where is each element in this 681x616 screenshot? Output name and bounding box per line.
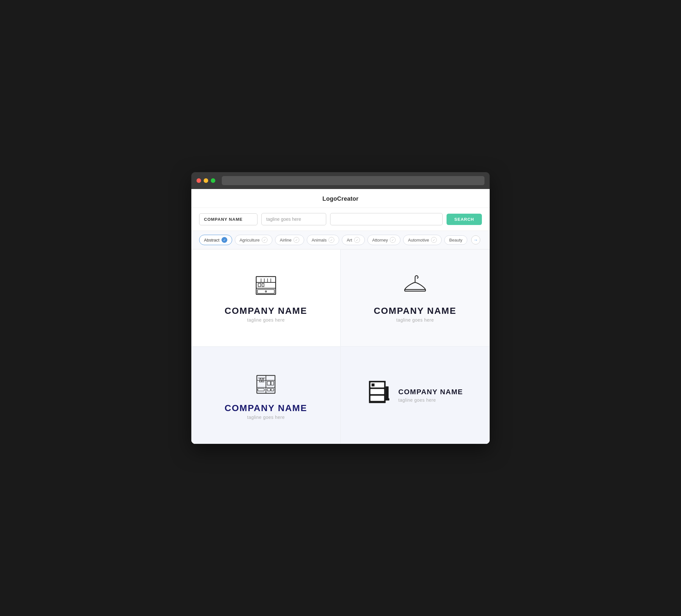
category-agriculture-label: Agriculture bbox=[239, 238, 260, 242]
category-art[interactable]: Art ✓ bbox=[342, 235, 365, 245]
category-agriculture[interactable]: Agriculture ✓ bbox=[235, 235, 272, 245]
logo-4-company-name: COMPANY NAME bbox=[398, 388, 463, 396]
art-check-icon: ✓ bbox=[354, 237, 360, 243]
category-attorney-label: Attorney bbox=[372, 238, 388, 242]
animals-check-icon: ✓ bbox=[328, 237, 334, 243]
category-attorney[interactable]: Attorney ✓ bbox=[368, 235, 401, 245]
categories-next-arrow[interactable]: → bbox=[471, 235, 480, 245]
svg-rect-23 bbox=[267, 388, 271, 391]
category-beauty-label: Beauty bbox=[449, 238, 462, 242]
logo-card-3[interactable]: COMPANY NAME tagline goes here bbox=[191, 346, 340, 444]
address-bar[interactable] bbox=[222, 176, 484, 185]
hanger-icon bbox=[402, 273, 428, 301]
logo-card-2[interactable]: COMPANY NAME tagline goes here bbox=[340, 249, 490, 346]
maximize-button[interactable] bbox=[211, 178, 215, 183]
closet-icon bbox=[253, 370, 279, 398]
category-animals[interactable]: Animals ✓ bbox=[307, 235, 339, 245]
wardrobe-icon bbox=[253, 273, 279, 301]
svg-rect-7 bbox=[258, 283, 261, 287]
category-animals-label: Animals bbox=[312, 238, 327, 242]
category-beauty[interactable]: Beauty bbox=[444, 235, 467, 245]
logo-card-4[interactable]: COMPANY NAME tagline goes here bbox=[340, 346, 490, 444]
titlebar bbox=[191, 172, 490, 189]
category-abstract[interactable]: Abstract ✓ bbox=[199, 235, 232, 245]
search-bar: SEARCH bbox=[191, 208, 490, 231]
rack-icon bbox=[367, 379, 393, 406]
logo-grid: COMPANY NAME tagline goes here bbox=[191, 249, 490, 444]
logo-2-tagline: tagline goes here bbox=[396, 317, 434, 323]
category-airline[interactable]: Airline ✓ bbox=[275, 235, 304, 245]
logo-3-tagline: tagline goes here bbox=[247, 415, 285, 420]
logo-3-company-name: COMPANY NAME bbox=[225, 403, 307, 413]
svg-rect-27 bbox=[371, 389, 384, 394]
categories-bar: Abstract ✓ Agriculture ✓ Airline ✓ Anima… bbox=[191, 231, 490, 249]
logo-card-1[interactable]: COMPANY NAME tagline goes here bbox=[191, 249, 340, 346]
svg-rect-22 bbox=[258, 388, 264, 391]
svg-rect-30 bbox=[385, 386, 388, 400]
logo-4-tagline: tagline goes here bbox=[398, 397, 463, 403]
search-button[interactable]: SEARCH bbox=[447, 214, 482, 225]
extra-search-input[interactable] bbox=[330, 213, 443, 225]
tagline-input[interactable] bbox=[261, 213, 326, 225]
attorney-check-icon: ✓ bbox=[390, 237, 396, 243]
close-button[interactable] bbox=[197, 178, 201, 183]
logo-4-inline: COMPANY NAME tagline goes here bbox=[367, 379, 463, 411]
svg-rect-31 bbox=[385, 398, 389, 401]
abstract-check-icon: ✓ bbox=[222, 237, 227, 243]
svg-rect-28 bbox=[371, 395, 384, 401]
category-airline-label: Airline bbox=[280, 238, 292, 242]
svg-rect-0 bbox=[256, 277, 276, 294]
category-automotive[interactable]: Automotive ✓ bbox=[403, 235, 442, 245]
minimize-button[interactable] bbox=[204, 178, 208, 183]
svg-rect-19 bbox=[267, 381, 271, 385]
app-title: LogoCreator bbox=[322, 196, 358, 202]
svg-rect-24 bbox=[271, 388, 274, 391]
app-header: LogoCreator bbox=[191, 189, 490, 208]
automotive-check-icon: ✓ bbox=[431, 237, 437, 243]
logo-4-text-block: COMPANY NAME tagline goes here bbox=[398, 388, 463, 403]
logo-2-company-name: COMPANY NAME bbox=[374, 306, 457, 316]
logo-1-company-name: COMPANY NAME bbox=[225, 306, 307, 316]
svg-rect-8 bbox=[262, 283, 264, 287]
agriculture-check-icon: ✓ bbox=[262, 237, 268, 243]
svg-point-10 bbox=[265, 291, 267, 292]
svg-rect-29 bbox=[372, 384, 375, 386]
svg-rect-9 bbox=[257, 289, 274, 293]
category-automotive-label: Automotive bbox=[408, 238, 429, 242]
svg-rect-20 bbox=[271, 381, 274, 385]
browser-content: LogoCreator SEARCH Abstract ✓ Agricultur… bbox=[191, 189, 490, 444]
logo-1-tagline: tagline goes here bbox=[247, 317, 285, 323]
category-abstract-label: Abstract bbox=[204, 238, 220, 242]
category-art-label: Art bbox=[347, 238, 352, 242]
company-name-input[interactable] bbox=[199, 213, 257, 225]
browser-window: LogoCreator SEARCH Abstract ✓ Agricultur… bbox=[191, 172, 490, 444]
airline-check-icon: ✓ bbox=[294, 237, 299, 243]
